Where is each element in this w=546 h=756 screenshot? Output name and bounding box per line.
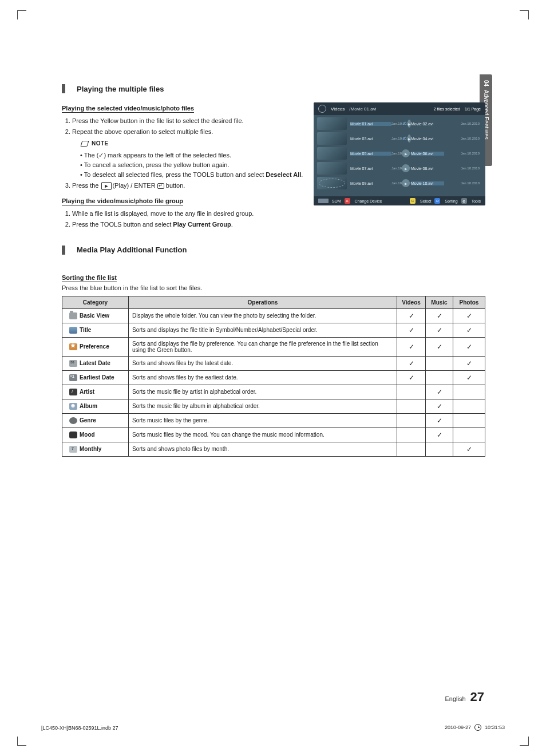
page-number: 27 xyxy=(470,690,484,704)
file-grid: Movie 01.aviJan.10.2010✓Movie 02.aviJan.… xyxy=(314,115,485,192)
category-icon xyxy=(69,403,77,410)
enter-label: ENTER xyxy=(134,182,155,189)
step-text: Press the xyxy=(72,182,101,189)
step-item: Press the TOOLS button and select Play C… xyxy=(72,220,308,229)
print-time: 10:31:53 xyxy=(485,725,505,730)
videos-cell: ✓ xyxy=(397,337,426,356)
music-cell: ✓ xyxy=(426,413,453,428)
table-row: Artist Sorts the music file by artist in… xyxy=(62,385,485,399)
operation-cell: Sorts and shows files by the earliest da… xyxy=(129,370,397,385)
category-cell: Genre xyxy=(62,413,129,428)
table-header-row: Category Operations Videos Music Photos xyxy=(62,296,485,308)
note-text: . xyxy=(301,171,303,178)
col-videos: Videos xyxy=(397,296,426,308)
category-icon xyxy=(69,343,77,350)
file-thumbnail xyxy=(317,147,347,160)
file-date: Jan.10.2010 xyxy=(444,137,482,140)
subheading: Playing the selected video/music/photo f… xyxy=(62,105,194,113)
tools-label: TOOLS xyxy=(100,221,121,228)
file-date: Jan.10.2010 xyxy=(391,137,402,140)
operation-cell: Sorts and displays the file title in Sym… xyxy=(129,323,397,337)
tools-label: TOOLS xyxy=(193,171,214,178)
col-music: Music xyxy=(426,296,453,308)
file-cell: Movie 07.avi xyxy=(350,167,391,171)
videos-cell: ✓ xyxy=(397,356,426,370)
table-row: Title Sorts and displays the file title … xyxy=(62,323,485,337)
operation-cell: Sorts the music file by album in alphabe… xyxy=(129,399,397,413)
red-key-icon: A xyxy=(345,198,350,204)
sort-table: Category Operations Videos Music Photos … xyxy=(62,296,485,457)
play-icon xyxy=(402,179,410,187)
note-text: button and select xyxy=(214,171,266,178)
category-cell: Monthly xyxy=(62,442,129,456)
music-cell xyxy=(426,370,453,385)
tools-key-icon: ⚙ xyxy=(461,198,467,204)
table-row: Album Sorts the music file by album in a… xyxy=(62,399,485,413)
file-cell: Movie 05.avi xyxy=(350,152,391,156)
photos-cell: ✓ xyxy=(453,442,485,456)
table-row: Latest Date Sorts and shows files by the… xyxy=(62,356,485,370)
category-icon xyxy=(69,389,77,395)
enter-icon xyxy=(157,183,164,189)
file-cell: Movie 03.avi xyxy=(350,137,391,141)
file-thumbnail xyxy=(317,162,347,175)
file-thumbnail xyxy=(317,132,347,145)
category-icon xyxy=(69,327,77,334)
file-thumbnail xyxy=(317,117,347,130)
step-text: button. xyxy=(164,182,185,189)
step-text: (Play) / xyxy=(112,182,134,189)
table-row: Earliest Date Sorts and shows files by t… xyxy=(62,370,485,385)
category-cell: Earliest Date xyxy=(62,370,129,385)
photos-cell: ✓ xyxy=(453,337,485,356)
step-item: Press the ►(Play) / ENTER button. xyxy=(72,181,308,191)
print-meta-right: 2010-09-27 10:31:53 xyxy=(445,724,505,731)
crop-mark xyxy=(17,10,26,19)
videos-cell: ✓ xyxy=(397,323,426,337)
music-cell xyxy=(426,356,453,370)
section-title: Media Play Additional Function xyxy=(77,246,187,254)
yellow-key-icon: C xyxy=(410,198,416,204)
category-cell: Artist xyxy=(62,385,129,399)
step-list: Press the Yellow button in the file list… xyxy=(62,116,308,191)
file-name: Movie 09.avi xyxy=(350,181,391,185)
file-midcol: ✓ xyxy=(402,134,411,143)
file-name: Movie 02.avi xyxy=(411,122,444,126)
col-photos: Photos xyxy=(453,296,485,308)
note-item: To deselect all selected files, press th… xyxy=(80,170,308,180)
category-cell: Album xyxy=(62,399,129,413)
crop-mark xyxy=(520,737,529,746)
category-icon xyxy=(69,312,77,319)
photos-cell: ✓ xyxy=(453,370,485,385)
step-item: Press the Yellow button in the file list… xyxy=(72,116,308,126)
file-date: Jan.10.2010 xyxy=(391,122,402,125)
category-cell: Preference xyxy=(62,337,129,356)
operation-cell: Sorts and shows photo files by month. xyxy=(129,442,397,456)
file-date: Jan.10.2010 xyxy=(444,122,482,125)
crop-mark xyxy=(520,10,529,19)
page-content: Playing the multiple files Playing the s… xyxy=(62,77,485,457)
videos-cell: ✓ xyxy=(397,308,426,323)
photos-cell: ✓ xyxy=(453,356,485,370)
music-cell xyxy=(426,442,453,456)
photos-cell: ✓ xyxy=(453,308,485,323)
file-name: Movie 08.avi xyxy=(411,167,444,171)
clock-icon xyxy=(474,724,481,731)
videos-cell xyxy=(397,385,426,399)
note-icon xyxy=(81,141,89,147)
photos-cell xyxy=(453,428,485,442)
music-cell: ✓ xyxy=(426,323,453,337)
note-list: The (✓) mark appears to the left of the … xyxy=(72,151,308,180)
file-date: Jan.10.2010 xyxy=(391,167,402,170)
category-cell: Latest Date xyxy=(62,356,129,370)
step-text: Repeat the above operation to select mul… xyxy=(72,128,213,135)
note-text: To cancel a selection, press the yellow … xyxy=(84,161,230,168)
select-label: Select xyxy=(420,199,431,203)
file-name: Movie 03.avi xyxy=(350,137,391,141)
file-midcol xyxy=(402,149,411,157)
left-column: Playing the selected video/music/photo f… xyxy=(62,99,308,229)
table-row: Preference Sorts and displays the file b… xyxy=(62,337,485,356)
file-date: Jan.10.2010 xyxy=(444,181,482,185)
page-footer: English 27 xyxy=(445,690,484,704)
category-icon xyxy=(69,432,77,438)
screenshot-header: Videos /Movie 01.avi 2 files selected 1/… xyxy=(314,102,485,115)
